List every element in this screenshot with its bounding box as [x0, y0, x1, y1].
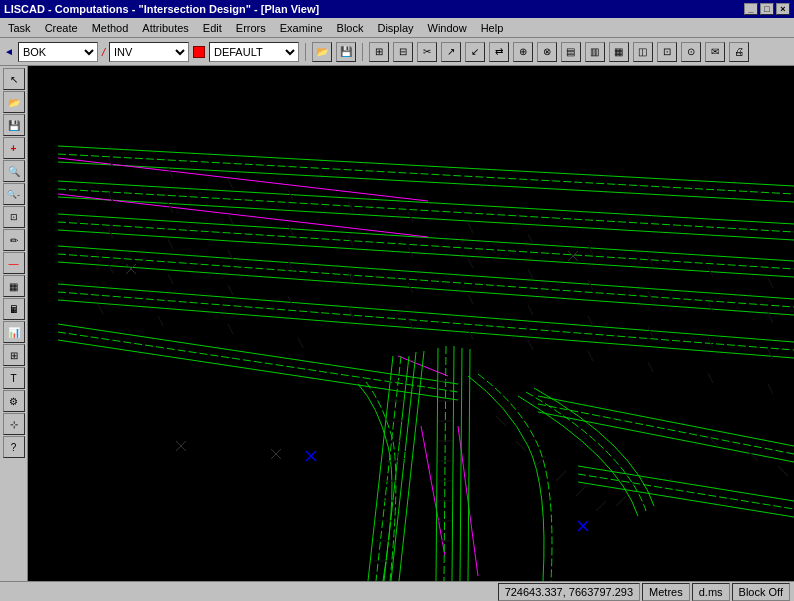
lt-edit[interactable]: ✏ [3, 229, 25, 251]
lt-text[interactable]: T [3, 367, 25, 389]
lt-save[interactable]: 💾 [3, 114, 25, 136]
toolbar-btn-7[interactable]: ↙ [465, 42, 485, 62]
svg-line-110 [496, 416, 506, 426]
coordinates-text: 724643.337, 7663797.293 [505, 586, 633, 598]
svg-line-85 [708, 373, 713, 383]
svg-line-17 [58, 340, 458, 400]
bok-select[interactable]: BOK [18, 42, 98, 62]
svg-line-57 [468, 258, 473, 268]
menu-window[interactable]: Window [422, 21, 473, 35]
block-mode-display[interactable]: Block Off [732, 583, 790, 601]
lt-add[interactable]: + [3, 137, 25, 159]
svg-line-18 [538, 396, 794, 446]
svg-line-111 [516, 441, 526, 451]
lt-grid[interactable]: ▦ [3, 275, 25, 297]
toolbar-btn-17[interactable]: ✉ [705, 42, 725, 62]
svg-line-76 [168, 274, 173, 284]
svg-line-53 [228, 214, 233, 224]
svg-line-78 [288, 296, 293, 306]
units-text: Metres [649, 586, 683, 598]
lt-snap[interactable]: ⊹ [3, 413, 25, 435]
svg-line-75 [108, 263, 113, 273]
toolbar-btn-11[interactable]: ▤ [561, 42, 581, 62]
svg-line-113 [556, 471, 566, 481]
svg-line-22 [578, 474, 794, 509]
title-bar-controls[interactable]: _ □ × [744, 3, 790, 15]
toolbar-btn-13[interactable]: ▦ [609, 42, 629, 62]
toolbar-btn-2[interactable]: 💾 [336, 42, 356, 62]
toolbar-btn-4[interactable]: ⊟ [393, 42, 413, 62]
title-bar: LISCAD - Computations - "Intersection De… [0, 0, 794, 18]
menu-edit[interactable]: Edit [197, 21, 228, 35]
svg-line-50 [768, 278, 773, 288]
svg-line-15 [58, 324, 458, 384]
close-button[interactable]: × [776, 3, 790, 15]
menu-block[interactable]: Block [331, 21, 370, 35]
units-display: Metres [642, 583, 690, 601]
svg-line-46 [528, 234, 533, 244]
menu-help[interactable]: Help [475, 21, 510, 35]
menu-bar: Task Create Method Attributes Edit Error… [0, 18, 794, 38]
svg-line-45 [468, 223, 473, 233]
svg-line-119 [778, 466, 788, 476]
svg-line-37 [460, 348, 462, 581]
svg-line-32 [391, 352, 416, 581]
svg-line-48 [648, 256, 653, 266]
maximize-button[interactable]: □ [760, 3, 774, 15]
svg-line-3 [58, 181, 794, 224]
toolbar-btn-1[interactable]: 📂 [312, 42, 332, 62]
menu-errors[interactable]: Errors [230, 21, 272, 35]
color-indicator[interactable] [193, 46, 205, 58]
toolbar-btn-5[interactable]: ✂ [417, 42, 437, 62]
svg-line-0 [58, 146, 794, 186]
toolbar-btn-9[interactable]: ⊕ [513, 42, 533, 62]
menu-task[interactable]: Task [2, 21, 37, 35]
tc-label-1: TC [395, 450, 408, 461]
svg-line-83 [588, 351, 593, 361]
lt-box[interactable]: ⊞ [3, 344, 25, 366]
canvas-area[interactable]: TC TC Ω Ω [28, 66, 794, 581]
svg-line-4 [58, 189, 794, 232]
lt-zoom-in[interactable]: 🔍 [3, 160, 25, 182]
menu-method[interactable]: Method [86, 21, 135, 35]
lt-calc[interactable]: 🖩 [3, 298, 25, 320]
menu-create[interactable]: Create [39, 21, 84, 35]
lt-zoom-out[interactable]: 🔍- [3, 183, 25, 205]
line-style-icon: / [102, 46, 105, 58]
toolbar-btn-8[interactable]: ⇄ [489, 42, 509, 62]
tc-label-2: TC [483, 517, 496, 528]
lt-line[interactable]: — [3, 252, 25, 274]
lt-open[interactable]: 📂 [3, 91, 25, 113]
toolbar-btn-6[interactable]: ↗ [441, 42, 461, 62]
toolbar-arrow: ◄ [4, 46, 14, 57]
svg-line-41 [228, 179, 233, 189]
svg-line-81 [468, 329, 473, 339]
default-select[interactable]: DEFAULT [209, 42, 299, 62]
menu-attributes[interactable]: Attributes [136, 21, 194, 35]
inv-select[interactable]: INV [109, 42, 189, 62]
toolbar-btn-12[interactable]: ▥ [585, 42, 605, 62]
menu-examine[interactable]: Examine [274, 21, 329, 35]
svg-line-82 [528, 340, 533, 350]
toolbar-btn-3[interactable]: ⊞ [369, 42, 389, 62]
plan-view-canvas[interactable]: TC TC Ω Ω [28, 66, 794, 581]
lt-config[interactable]: ⚙ [3, 390, 25, 412]
minimize-button[interactable]: _ [744, 3, 758, 15]
curve-marker-2: Ω [573, 443, 583, 459]
svg-line-84 [648, 362, 653, 372]
svg-line-64 [168, 239, 173, 249]
svg-line-87 [98, 304, 103, 314]
toolbar-btn-18[interactable]: 🖨 [729, 42, 749, 62]
menu-display[interactable]: Display [371, 21, 419, 35]
lt-help[interactable]: ? [3, 436, 25, 458]
svg-line-69 [468, 294, 473, 304]
svg-line-47 [588, 245, 593, 255]
lt-zoom-fit[interactable]: ⊡ [3, 206, 25, 228]
lt-select[interactable]: ↖ [3, 68, 25, 90]
toolbar-btn-15[interactable]: ⊡ [657, 42, 677, 62]
svg-line-61 [708, 302, 713, 312]
lt-chart[interactable]: 📊 [3, 321, 25, 343]
toolbar-btn-10[interactable]: ⊗ [537, 42, 557, 62]
toolbar-btn-16[interactable]: ⊙ [681, 42, 701, 62]
toolbar-btn-14[interactable]: ◫ [633, 42, 653, 62]
